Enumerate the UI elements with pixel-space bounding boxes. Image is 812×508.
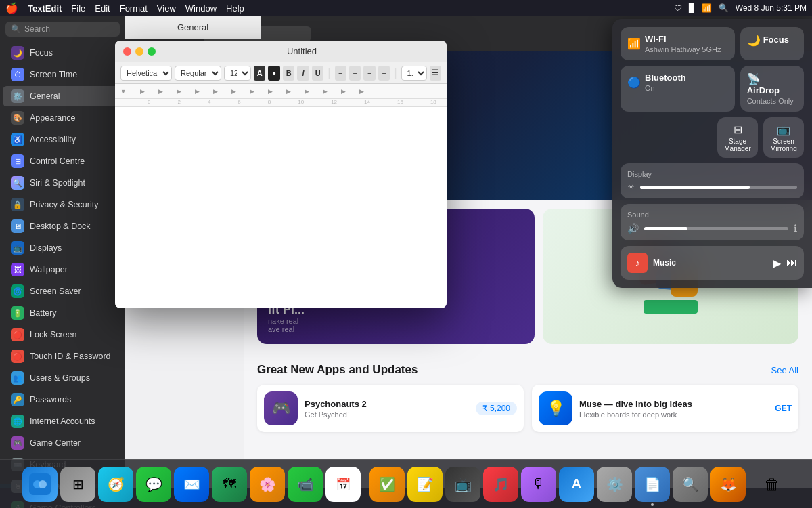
menu-format[interactable]: Format — [120, 3, 148, 14]
cc-volume-track[interactable] — [644, 227, 788, 230]
dock-appstore[interactable]: A — [559, 467, 594, 502]
app-card-psychonauts[interactable]: 🎮 Psychonauts 2 Get Psyched! ₹ 5,200 — [257, 385, 524, 432]
dock-launchpad[interactable]: ⊞ — [60, 467, 95, 502]
sidebar-item-gamecenter[interactable]: 🎮 Game Center — [3, 433, 122, 453]
sidebar-item-siri[interactable]: 🔍 Siri & Spotlight — [3, 173, 122, 193]
menu-edit[interactable]: Edit — [95, 3, 110, 14]
sidebar-item-focus[interactable]: 🌙 Focus — [3, 43, 122, 63]
sidebar-item-touchid[interactable]: 🔴 Touch ID & Password — [3, 346, 122, 366]
dock-active-dot — [651, 503, 654, 506]
cc-airdrop-tile[interactable]: 📡 AirDrop Contacts Only — [740, 66, 804, 112]
dock-podcasts[interactable]: 🎙 — [521, 467, 556, 502]
bold-text-button[interactable]: B — [283, 66, 294, 81]
apple-logo-icon[interactable]: 🍎 — [5, 2, 18, 14]
textedit-titlebar: Untitled — [115, 41, 447, 62]
see-all-button[interactable]: See All — [771, 365, 798, 375]
app-cards-list: 🎮 Psychonauts 2 Get Psyched! ₹ 5,200 💡 M… — [257, 385, 798, 432]
great-apps-section: Great New Apps and Updates See All 🎮 Psy… — [244, 352, 812, 443]
cc-bluetooth-tile[interactable]: 🔵 Bluetooth On — [621, 66, 735, 112]
dock-trash[interactable]: 🗑 — [754, 467, 790, 502]
textedit-maximize-button[interactable] — [148, 47, 156, 56]
dock-textedit[interactable]: 📄 — [635, 467, 670, 502]
dock-finder[interactable] — [22, 467, 58, 502]
dock-music[interactable]: 🎵 — [483, 467, 518, 502]
sidebar-search[interactable]: 🔍 Search — [5, 22, 120, 37]
fast-forward-button[interactable]: ⏭ — [786, 257, 797, 269]
align-left-button[interactable]: ≡ — [335, 66, 346, 81]
sidebar-item-controlcentre[interactable]: ⊞ Control Centre — [3, 151, 122, 171]
menu-help[interactable]: Help — [226, 3, 244, 14]
line-spacing-select[interactable]: 1.0 — [401, 66, 427, 81]
align-center-button[interactable]: ≡ — [349, 66, 361, 81]
psychonauts-desc: Get Psyched! — [304, 410, 469, 419]
textedit-body[interactable] — [115, 107, 447, 308]
sidebar-item-accessibility[interactable]: ♿ Accessibility — [3, 129, 122, 150]
dock-safari[interactable]: 🧭 — [98, 467, 133, 502]
italic-text-button[interactable]: I — [297, 66, 309, 81]
menubar-search-icon[interactable]: 🔍 — [719, 3, 729, 13]
font-style-select[interactable]: Regular — [175, 66, 221, 81]
menu-file[interactable]: File — [71, 3, 85, 14]
bold-button[interactable]: A — [254, 66, 265, 81]
dock-sysprefs[interactable]: ⚙️ — [597, 467, 632, 502]
color-button[interactable]: ● — [268, 66, 279, 81]
sidebar-item-screentime[interactable]: ⏱ Screen Time — [3, 64, 122, 85]
cc-music-section: ♪ Music ▶ ⏭ — [621, 246, 804, 280]
play-button[interactable]: ▶ — [773, 257, 781, 270]
menu-view[interactable]: View — [157, 3, 176, 14]
cc-brightness-track[interactable] — [640, 186, 797, 189]
textedit-close-button[interactable] — [123, 47, 131, 56]
cc-focus-tile[interactable]: 🌙 Focus — [740, 27, 804, 60]
dock-facetime[interactable]: 📹 — [288, 467, 323, 502]
dock-photos[interactable]: 🌸 — [250, 467, 285, 502]
dock-tv[interactable]: 📺 — [445, 467, 480, 502]
sound-settings-icon[interactable]: ℹ — [794, 223, 797, 234]
sidebar-item-passwords[interactable]: 🔑 Passwords — [3, 389, 122, 410]
dock-maps[interactable]: 🗺 — [212, 467, 247, 502]
sidebar-label-controlcentre: Control Centre — [30, 156, 85, 166]
toolbar-divider-2: | — [392, 67, 398, 79]
psychonauts-price[interactable]: ₹ 5,200 — [476, 402, 517, 415]
cc-airdrop-status: Contacts Only — [747, 97, 797, 105]
dock-calendar[interactable]: 📅 — [325, 467, 361, 502]
cc-wifi-tile[interactable]: 📶 Wi-Fi Ashwin Hathway 5GHz — [621, 27, 735, 60]
muse-get-button[interactable]: GET — [775, 404, 792, 413]
sidebar-item-users[interactable]: 👥 Users & Groups — [3, 368, 122, 388]
sidebar-item-wallpaper[interactable]: 🖼 Wallpaper — [3, 259, 122, 280]
textedit-minimize-button[interactable] — [135, 47, 143, 56]
users-icon: 👥 — [11, 371, 24, 385]
sidebar-item-desktop[interactable]: 🖥 Desktop & Dock — [3, 216, 122, 236]
sidebar-item-lockscreen[interactable]: 🔴 Lock Screen — [3, 324, 122, 345]
sidebar-item-appearance[interactable]: 🎨 Appearance — [3, 108, 122, 128]
dock-reminders[interactable]: ✅ — [369, 467, 405, 502]
dock-messages[interactable]: 💬 — [136, 467, 171, 502]
align-justify-button[interactable]: ≡ — [378, 66, 390, 81]
sidebar-item-battery[interactable]: 🔋 Battery — [3, 303, 122, 323]
sidebar-item-screensaver[interactable]: 🌀 Screen Saver — [3, 281, 122, 301]
align-right-button[interactable]: ≡ — [363, 66, 375, 81]
font-size-select[interactable]: 12 — [224, 66, 251, 81]
menubar-battery-icon: ▊ — [689, 3, 695, 13]
underline-text-button[interactable]: U — [312, 66, 323, 81]
wifi-icon: 📶 — [627, 37, 641, 50]
dock-spotlight[interactable]: 🔍 — [673, 467, 708, 502]
font-family-select[interactable]: Helvetica — [120, 66, 172, 81]
sidebar-item-displays[interactable]: 📺 Displays — [3, 238, 122, 258]
app-card-muse[interactable]: 💡 Muse — dive into big ideas Flexible bo… — [532, 385, 798, 432]
sidebar-item-privacy[interactable]: 🔒 Privacy & Security — [3, 194, 122, 215]
dock-mail[interactable]: ✉️ — [174, 467, 209, 502]
dock-firefox[interactable]: 🦊 — [710, 467, 746, 502]
touchid-icon: 🔴 — [11, 350, 24, 363]
safari-icon: 🧭 — [108, 476, 125, 492]
menu-window[interactable]: Window — [185, 3, 217, 14]
cc-music-row: ♪ Music ▶ ⏭ — [627, 253, 797, 273]
more-options-button[interactable]: ☰ — [430, 66, 441, 81]
cc-screen-mirroring-tile[interactable]: 📺 Screen Mirroring — [763, 117, 804, 158]
sidebar-item-general[interactable]: ⚙️ General — [3, 86, 122, 106]
psychonauts-name: Psychonauts 2 — [304, 399, 469, 409]
siri-icon: 🔍 — [11, 176, 24, 190]
cc-mirror-label: Screen Mirroring — [763, 137, 804, 152]
sidebar-item-internet[interactable]: 🌐 Internet Accounts — [3, 411, 122, 431]
cc-stage-manager-tile[interactable]: ⊟ Stage Manager — [717, 117, 758, 158]
dock-notes[interactable]: 📝 — [407, 467, 443, 502]
